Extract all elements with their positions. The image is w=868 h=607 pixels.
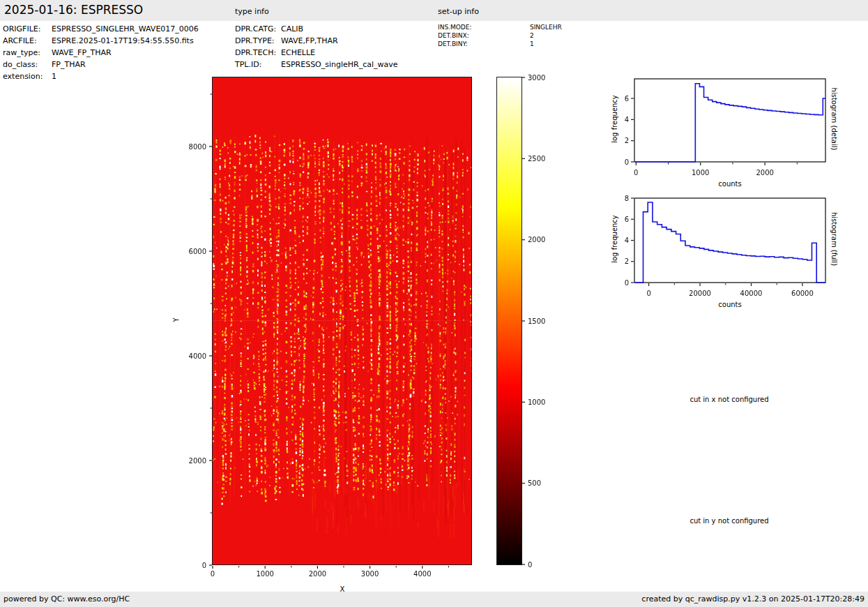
extension-label: extension: — [3, 72, 52, 81]
ins-mode-label: INS.MODE: — [438, 24, 530, 31]
y-tick-label: 6000 — [189, 248, 206, 255]
arcfile-label: ARCFILE: — [3, 36, 52, 45]
colorbar-tick-label: 2500 — [528, 155, 545, 163]
origfile-value: ESPRESSO_SINGLEHR_WAVE017_0006 — [52, 24, 199, 33]
footer-powered-by: powered by QC: www.eso.org/HC — [3, 592, 130, 607]
file-info-row: do_class:FP_THAR — [3, 60, 86, 69]
y-tick-label: 2000 — [189, 457, 206, 465]
hist-y-tick-label: 8 — [625, 195, 629, 202]
dpr-type-label: DPR.TYPE: — [235, 36, 281, 45]
hist-x-tick-label: 0 — [646, 290, 650, 297]
file-info-row: raw_type:WAVE_FP_THAR — [3, 48, 112, 57]
hist-detail-yaxis-label: log frequency — [611, 63, 618, 175]
type-info-row: DPR.TECH:ECHELLE — [235, 48, 315, 57]
footer-bar: powered by QC: www.eso.org/HC created by… — [0, 592, 868, 607]
hist-x-tick-label: 60000 — [791, 290, 814, 297]
raw-frame-plot — [212, 77, 472, 565]
dpr-catg-value: CALIB — [281, 24, 303, 33]
hist-y-tick-label: 0 — [625, 279, 629, 287]
doclass-label: do_class: — [3, 60, 52, 69]
colorbar-tick-label: 1500 — [528, 317, 545, 325]
det-biny-value: 1 — [530, 40, 534, 47]
y-tick-label: 0 — [202, 562, 206, 569]
colorbar — [496, 77, 522, 565]
cut-x-message: cut in x not configured — [653, 396, 806, 403]
extension-value: 1 — [52, 72, 56, 81]
raw-frame-heatmap — [213, 77, 471, 564]
colorbar-tick-label: 0 — [528, 561, 532, 569]
hist-detail-xaxis-label: counts — [688, 180, 772, 188]
hist-step-line — [634, 84, 825, 162]
det-biny-label: DET.BINY: — [438, 40, 530, 47]
x-tick-label: 1000 — [256, 570, 273, 578]
origfile-label: ORIGFILE: — [3, 24, 52, 33]
arcfile-value: ESPRE.2025-01-17T19:54:55.550.fits — [52, 36, 194, 45]
y-tick-label: 4000 — [189, 352, 206, 360]
hist-detail-side-label: histogram (detail) — [830, 63, 838, 175]
hist-y-tick-label: 6 — [625, 216, 629, 223]
hist-full-xaxis-label: counts — [688, 301, 772, 308]
setup-info-row: INS.MODE:SINGLEHR — [438, 24, 562, 31]
type-info-heading: type info — [235, 7, 269, 16]
header-bar: 2025-01-16: ESPRESSO type info set-up in… — [0, 0, 868, 21]
det-binx-label: DET.BINX: — [438, 32, 530, 39]
colorbar-tick-label: 3000 — [528, 74, 545, 82]
doclass-value: FP_THAR — [52, 60, 86, 69]
hist-y-tick-label: 2 — [625, 257, 629, 265]
hist-axes-box — [634, 79, 825, 162]
rawtype-value: WAVE_FP_THAR — [52, 48, 112, 57]
x-tick-label: 4000 — [413, 570, 431, 578]
hist-full-yaxis-label: log frequency — [611, 183, 618, 295]
colorbar-gradient — [497, 77, 521, 564]
hist-x-tick-label: 1000 — [692, 169, 709, 177]
hist-y-tick-label: 4 — [625, 116, 629, 123]
file-info-row: extension:1 — [3, 72, 56, 81]
hist-x-tick-label: 20000 — [689, 290, 711, 297]
det-binx-value: 2 — [530, 32, 534, 39]
dpr-tech-label: DPR.TECH: — [235, 48, 281, 57]
hist-y-tick-label: 6 — [625, 95, 629, 103]
file-info-row: ORIGFILE:ESPRESSO_SINGLEHR_WAVE017_0006 — [3, 24, 199, 33]
dpr-tech-value: ECHELLE — [281, 48, 315, 57]
ins-mode-value: SINGLEHR — [530, 24, 562, 31]
hist-step-line — [634, 202, 825, 283]
type-info-row: TPL.ID:ESPRESSO_singleHR_cal_wave — [235, 60, 398, 69]
setup-info-row: DET.BINX:2 — [438, 32, 534, 39]
setup-info-heading: set-up info — [438, 7, 479, 16]
tpl-id-value: ESPRESSO_singleHR_cal_wave — [281, 60, 398, 69]
colorbar-tick-label: 2000 — [528, 236, 545, 243]
x-tick-label: 3000 — [361, 570, 379, 578]
y-tick-label: 8000 — [189, 143, 206, 151]
colorbar-tick-label: 500 — [528, 479, 541, 487]
file-info-row: ARCFILE:ESPRE.2025-01-17T19:54:55.550.fi… — [3, 36, 194, 45]
hist-axes-box — [634, 198, 825, 283]
hist-y-tick-label: 0 — [625, 158, 629, 166]
footer-created-by: created by qc_rawdisp.py v1.2.3 on 2025-… — [641, 592, 865, 607]
main-yaxis-label: Y — [172, 264, 180, 376]
x-tick-label: 0 — [211, 570, 215, 578]
hist-x-tick-label: 2000 — [756, 169, 773, 177]
type-info-row: DPR.CATG:CALIB — [235, 24, 303, 33]
hist-x-tick-label: 40000 — [740, 290, 763, 297]
dpr-catg-label: DPR.CATG: — [235, 24, 281, 33]
setup-info-row: DET.BINY:1 — [438, 40, 534, 47]
hist-full-side-label: histogram (full) — [830, 183, 838, 295]
type-info-row: DPR.TYPE:WAVE,FP,THAR — [235, 36, 338, 45]
hist-y-tick-label: 2 — [625, 137, 629, 144]
colorbar-tick-label: 1000 — [528, 398, 545, 406]
dpr-type-value: WAVE,FP,THAR — [281, 36, 338, 45]
hist-y-tick-label: 4 — [625, 237, 629, 244]
rawtype-label: raw_type: — [3, 48, 52, 57]
cut-y-message: cut in y not configured — [653, 517, 806, 525]
x-tick-label: 2000 — [309, 570, 326, 578]
page-title: 2025-01-16: ESPRESSO — [4, 3, 143, 17]
hist-x-tick-label: 0 — [634, 169, 638, 177]
tpl-id-label: TPL.ID: — [235, 60, 281, 69]
